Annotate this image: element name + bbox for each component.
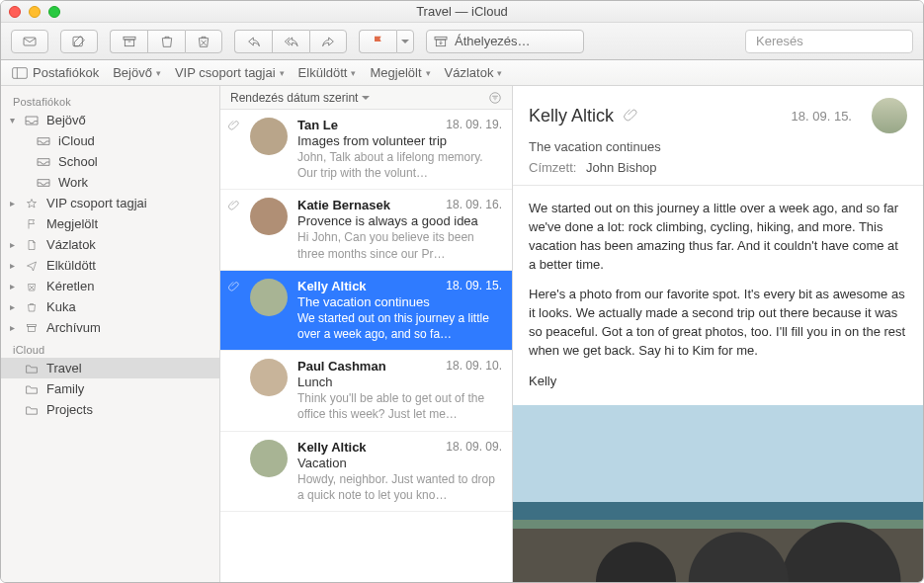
message-date: 18. 09. 15. <box>446 279 502 293</box>
message-preview: Howdy, neighbor. Just wanted to drop a q… <box>297 471 502 503</box>
reader-attachment-image[interactable] <box>513 405 923 582</box>
sidebar-item[interactable]: ▸Kéretlen <box>1 276 219 296</box>
show-mailboxes-button[interactable]: Postafiókok <box>11 65 99 80</box>
sidebar-item-label: VIP csoport tagjai <box>46 196 147 210</box>
sidebar-item[interactable]: ▸Kuka <box>1 296 219 317</box>
trash-icon <box>23 300 41 314</box>
disclosure-triangle[interactable]: ▸ <box>7 260 17 271</box>
window-title: Travel — iCloud <box>1 4 923 19</box>
reader-recipient-row: Címzett: John Bishop <box>529 160 907 175</box>
message-preview: John, Talk about a lifelong memory. Our … <box>297 149 502 181</box>
compose-button[interactable] <box>60 30 98 53</box>
archive-button[interactable] <box>110 30 147 53</box>
favorite-item[interactable]: Vázlatok ▾ <box>445 65 503 80</box>
traffic-lights <box>9 6 60 18</box>
disclosure-triangle[interactable]: ▸ <box>7 281 17 292</box>
close-window-button[interactable] <box>9 6 21 18</box>
sidebar-item[interactable]: School <box>1 151 219 172</box>
reader-avatar <box>872 98 907 133</box>
flag-icon <box>23 217 41 231</box>
flag-button[interactable] <box>359 30 396 53</box>
move-to-button[interactable]: Áthelyezés… <box>426 30 584 53</box>
minimize-window-button[interactable] <box>29 6 41 18</box>
sidebar-item-label: Megjelölt <box>46 216 98 231</box>
disclosure-triangle[interactable]: ▾ <box>7 115 17 125</box>
forward-button[interactable] <box>309 30 347 53</box>
favorite-item[interactable]: VIP csoport tagjai ▾ <box>175 65 285 80</box>
message-item[interactable]: Tan Le 18. 09. 19. Images from volunteer… <box>220 110 512 190</box>
sidebar-item[interactable]: ▸Archívum <box>1 317 219 338</box>
message-list-header: Rendezés dátum szerint <box>220 86 512 110</box>
reader-paragraph: Kelly <box>529 373 907 391</box>
filter-icon[interactable] <box>488 91 502 105</box>
flag-group <box>359 30 414 53</box>
message-item[interactable]: Kelly Altick 18. 09. 15. The vacation co… <box>220 271 512 351</box>
doc-icon <box>23 238 41 252</box>
sidebar-item[interactable]: Travel <box>1 358 219 378</box>
sidebar-item[interactable]: ▸Elküldött <box>1 255 219 276</box>
sidebar-item[interactable]: Family <box>1 378 219 399</box>
attachment-indicator <box>226 359 240 422</box>
recipient-name: John Bishop <box>586 160 657 175</box>
sidebar-item[interactable]: Megjelölt <box>1 213 219 234</box>
get-mail-button[interactable] <box>11 30 48 53</box>
message-list[interactable]: Tan Le 18. 09. 19. Images from volunteer… <box>220 110 512 582</box>
chevron-down-icon: ▾ <box>156 68 161 78</box>
sort-button[interactable]: Rendezés dátum szerint <box>230 91 370 105</box>
reader-subject: The vacation continues <box>529 139 907 154</box>
message-date: 18. 09. 09. <box>446 440 502 455</box>
favorite-item[interactable]: Megjelölt ▾ <box>370 65 430 80</box>
sidebar-item-label: Projects <box>46 402 93 417</box>
star-icon <box>23 197 41 210</box>
message-subject: Provence is always a good idea <box>297 213 502 228</box>
disclosure-triangle[interactable]: ▸ <box>7 322 17 333</box>
sidebar-item[interactable]: ▾Bejövő <box>1 110 219 130</box>
sort-label: Rendezés dátum szerint <box>230 91 358 105</box>
search-input[interactable] <box>756 34 922 48</box>
reader-body[interactable]: We started out on this journey a little … <box>513 186 923 405</box>
favorite-item[interactable]: Elküldött ▾ <box>298 65 357 80</box>
message-item[interactable]: Paul Cashman 18. 09. 10. Lunch Think you… <box>220 351 512 431</box>
sidebar-item-label: iCloud <box>58 133 95 148</box>
sidebar-item-label: Archívum <box>46 320 101 335</box>
sidebar-item[interactable]: Projects <box>1 399 219 420</box>
chevron-down-icon: ▾ <box>351 68 356 78</box>
message-subject: The vacation continues <box>297 294 502 309</box>
flag-dropdown-button[interactable] <box>396 30 414 53</box>
reply-button[interactable] <box>234 30 272 53</box>
message-subject: Images from volunteer trip <box>297 133 502 148</box>
favorite-item[interactable]: Bejövő ▾ <box>113 65 161 80</box>
chevron-down-icon: ▾ <box>497 68 502 78</box>
sidebar-item-label: Kuka <box>46 299 76 314</box>
message-date: 18. 09. 10. <box>446 359 502 374</box>
message-item[interactable]: Katie Bernasek 18. 09. 16. Provence is a… <box>220 190 512 270</box>
attachment-icon <box>624 108 637 125</box>
message-from: Tan Le <box>297 118 338 132</box>
main-columns: Postafiókok▾BejövőiCloudSchoolWork▸VIP c… <box>1 86 923 582</box>
svg-rect-5 <box>435 37 447 40</box>
sidebar[interactable]: Postafiókok▾BejövőiCloudSchoolWork▸VIP c… <box>1 86 220 582</box>
sidebar-item[interactable]: ▸Vázlatok <box>1 234 219 255</box>
inbox-icon <box>23 114 41 127</box>
message-preview: We started out on this journey a little … <box>297 310 502 342</box>
chevron-down-icon <box>362 91 370 105</box>
junk-icon <box>23 280 41 293</box>
svg-rect-2 <box>124 37 135 40</box>
reply-all-button[interactable] <box>272 30 309 53</box>
sidebar-section-header: Postafiókok <box>1 90 219 110</box>
search-field[interactable] <box>745 30 913 53</box>
sidebar-item[interactable]: ▸VIP csoport tagjai <box>1 193 219 213</box>
sidebar-item[interactable]: iCloud <box>1 130 219 151</box>
chevron-down-icon <box>401 34 409 48</box>
reader-header: Kelly Altick 18. 09. 15. The vacation co… <box>513 86 923 186</box>
sidebar-item[interactable]: Work <box>1 172 219 193</box>
reply-group <box>234 30 347 53</box>
junk-button[interactable] <box>185 30 222 53</box>
zoom-window-button[interactable] <box>48 6 60 18</box>
disclosure-triangle[interactable]: ▸ <box>7 198 17 208</box>
tray-icon <box>35 134 52 148</box>
message-item[interactable]: Kelly Altick 18. 09. 09. Vacation Howdy,… <box>220 432 512 512</box>
delete-button[interactable] <box>147 30 185 53</box>
disclosure-triangle[interactable]: ▸ <box>7 239 17 250</box>
disclosure-triangle[interactable]: ▸ <box>7 301 17 312</box>
